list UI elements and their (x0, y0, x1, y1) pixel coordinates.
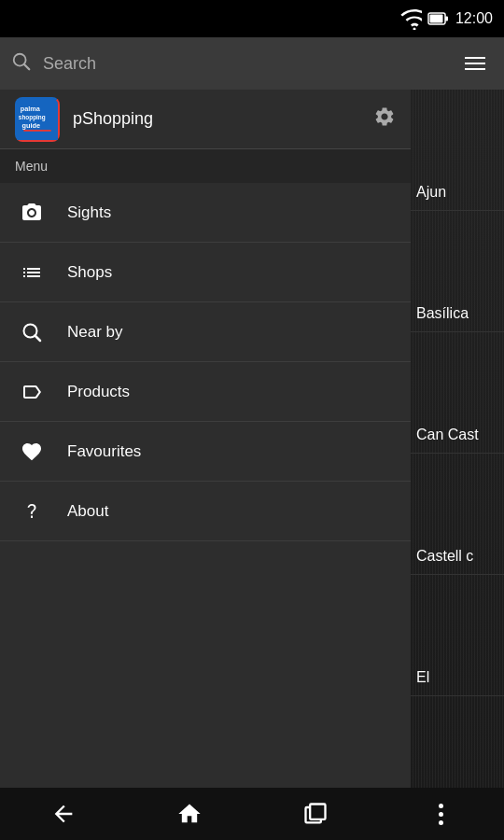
svg-line-5 (24, 64, 29, 69)
question-icon (19, 500, 45, 523)
app-header: palma shopping guide pShopping (0, 90, 411, 149)
status-bar: 12:00 (0, 0, 504, 37)
app-name-label: pShopping (73, 109, 360, 129)
svg-text:guide: guide (22, 121, 41, 130)
menu-item-products[interactable]: Products (0, 362, 411, 422)
svg-line-13 (35, 335, 41, 341)
hamburger-menu-button[interactable] (457, 49, 493, 77)
svg-rect-11 (23, 130, 50, 132)
sights-label: Sights (67, 203, 111, 222)
app-logo-inner: palma shopping guide (15, 97, 60, 142)
right-list: Ajun Basílica Can Cast Castell c El (411, 90, 504, 696)
svg-rect-15 (310, 805, 325, 819)
svg-rect-3 (445, 17, 448, 21)
nearby-search-icon (19, 321, 45, 343)
heart-icon (19, 441, 45, 463)
bottom-nav-bar (0, 788, 504, 840)
menu-label-text: Menu (15, 159, 48, 174)
right-list-item[interactable]: Can Cast (411, 332, 504, 454)
right-list-item[interactable]: Castell c (411, 454, 504, 575)
svg-rect-2 (429, 15, 442, 23)
right-item-text-el: El (416, 669, 429, 686)
main-area: palma shopping guide pShopping Menu (0, 90, 504, 788)
more-icon (439, 804, 443, 825)
search-bar[interactable]: Search (0, 37, 504, 90)
right-list-item[interactable]: Ajun (411, 90, 504, 211)
right-item-text-ajun: Ajun (416, 184, 446, 201)
app-logo: palma shopping guide (15, 97, 60, 142)
right-item-text-cancast: Can Cast (416, 427, 479, 443)
svg-text:shopping: shopping (19, 114, 46, 121)
status-icons: 12:00 (399, 7, 493, 30)
settings-button[interactable] (373, 105, 396, 133)
svg-text:palma: palma (21, 104, 41, 112)
menu-section-label: Menu (0, 149, 411, 183)
right-item-text-castellc: Castell c (416, 548, 473, 565)
svg-point-0 (413, 28, 415, 31)
about-label: About (67, 502, 108, 521)
wifi-icon (399, 7, 422, 30)
favourites-label: Favourites (67, 442, 141, 461)
shops-label: Shops (67, 263, 112, 282)
battery-icon (427, 7, 450, 30)
home-button[interactable] (161, 788, 217, 840)
camera-icon (19, 202, 45, 224)
right-panel: Ajun Basílica Can Cast Castell c El (411, 90, 504, 788)
search-placeholder: Search (43, 54, 446, 74)
menu-item-shops[interactable]: Shops (0, 243, 411, 302)
menu-item-about[interactable]: About (0, 482, 411, 541)
menu-items-list: Sights Shops Near by (0, 183, 411, 788)
right-list-item[interactable]: El (411, 575, 504, 696)
menu-item-favourites[interactable]: Favourites (0, 422, 411, 482)
right-item-text-basilica: Basílica (416, 305, 469, 322)
status-time: 12:00 (455, 10, 493, 27)
menu-item-sights[interactable]: Sights (0, 183, 411, 243)
nearby-label: Near by (67, 323, 123, 342)
recent-apps-button[interactable] (287, 788, 343, 840)
navigation-drawer: palma shopping guide pShopping Menu (0, 90, 411, 788)
tag-icon (19, 381, 45, 403)
search-icon (11, 51, 32, 77)
back-button[interactable] (35, 788, 91, 840)
more-options-button[interactable] (413, 788, 469, 840)
menu-item-nearby[interactable]: Near by (0, 302, 411, 362)
right-list-item[interactable]: Basílica (411, 211, 504, 332)
products-label: Products (67, 383, 130, 401)
list-icon (19, 261, 45, 284)
